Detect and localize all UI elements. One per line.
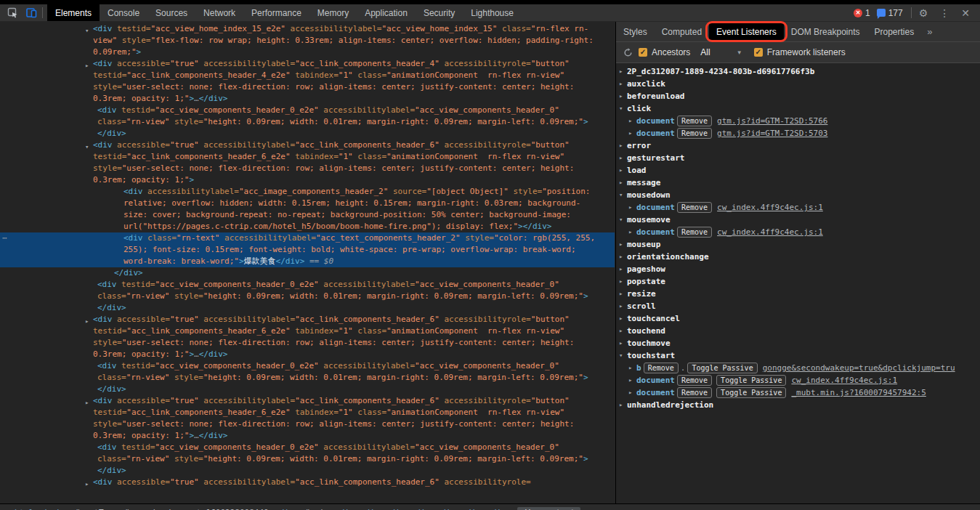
remove-button[interactable]: Remove <box>677 116 712 126</box>
source-link[interactable]: cw_index.4ff9c4ec.js:1 <box>717 203 823 212</box>
listener-handler[interactable]: ▸documentRemovecw_index.4ff9c4ec.js:1 <box>616 201 980 214</box>
listener-event-click[interactable]: ▾click <box>616 102 980 115</box>
tab-lighthouse[interactable]: Lighthouse <box>463 4 522 21</box>
dom-node[interactable]: ▸<div accessible="true" accessibilitylab… <box>0 58 615 105</box>
tab-network[interactable]: Network <box>195 4 243 21</box>
expand-arrow-icon[interactable]: ▸ <box>628 226 632 238</box>
dom-node[interactable]: ▸<div accessible="true" accessibilitylab… <box>0 395 615 442</box>
listener-event-mousedown[interactable]: ▾mousedown <box>616 189 980 201</box>
expand-arrow-icon[interactable]: ▸ <box>619 275 623 288</box>
inspect-element-icon[interactable] <box>3 5 22 21</box>
listener-event-touchend[interactable]: ▸touchend <box>616 325 980 337</box>
collapse-arrow-icon[interactable]: ▾ <box>619 102 623 115</box>
expand-arrow-icon[interactable]: ▸ <box>619 288 623 300</box>
listener-event-beforeunload[interactable]: ▸beforeunload <box>616 90 980 102</box>
dom-node[interactable]: ▸<div accessible="true" accessibilitylab… <box>0 477 615 488</box>
close-icon[interactable]: ✕ <box>955 7 976 19</box>
device-toolbar-icon[interactable] <box>22 5 41 21</box>
listener-handler[interactable]: ▸documentRemovecw_index.4ff9c4ec.js:1 <box>616 226 980 238</box>
expand-arrow-icon[interactable]: ▸ <box>628 201 632 214</box>
expand-arrow-icon[interactable]: ▸ <box>619 312 623 325</box>
tab-sources[interactable]: Sources <box>147 4 195 21</box>
expand-arrow-icon[interactable]: ▸ <box>628 362 632 374</box>
tab-memory[interactable]: Memory <box>309 4 357 21</box>
dom-node[interactable]: </div> <box>0 267 615 279</box>
source-link[interactable]: gtm.js?id=GTM-T2SD:5766 <box>717 116 827 126</box>
toggle-passive-button[interactable]: Toggle Passive <box>716 375 786 386</box>
expand-arrow-icon[interactable]: ▸ <box>619 300 623 312</box>
expand-arrow-icon[interactable]: ▸ <box>619 177 623 189</box>
remove-button[interactable]: Remove <box>677 128 712 139</box>
expand-arrow-icon[interactable]: ▸ <box>619 152 623 164</box>
dom-node[interactable]: ▸<div accessible="true" accessibilitylab… <box>0 314 615 360</box>
sidebar-tab-properties[interactable]: Properties <box>867 22 921 41</box>
listener-event-gesturestart[interactable]: ▸gesturestart <box>616 152 980 164</box>
listener-event-orientationchange[interactable]: ▸orientationchange <box>616 251 980 263</box>
expand-arrow-icon[interactable]: ▸ <box>619 78 623 90</box>
listener-handler[interactable]: ▸documentRemovegtm.js?id=GTM-T2SD:5766 <box>616 115 980 127</box>
dom-node[interactable]: <div accessibilitylabel="acc_image_compo… <box>0 186 615 232</box>
listener-event-touchstart[interactable]: ▾touchstart <box>616 349 980 362</box>
listener-event-auxclick[interactable]: ▸auxclick <box>616 78 980 90</box>
listener-event-message[interactable]: ▸message <box>616 177 980 189</box>
expand-arrow-icon[interactable]: ▸ <box>628 115 632 127</box>
expand-arrow-icon[interactable]: ▸ <box>85 315 89 327</box>
expand-arrow-icon[interactable]: ▸ <box>619 164 623 177</box>
expand-arrow-icon[interactable]: ▸ <box>619 325 623 337</box>
framework-listeners-checkbox[interactable]: ✓ <box>754 48 763 57</box>
message-count-badge[interactable]: 177 <box>877 8 903 18</box>
listener-event-scroll[interactable]: ▸scroll <box>616 300 980 312</box>
expand-arrow-icon[interactable]: ▸ <box>619 238 623 251</box>
sidebar-tab-computed[interactable]: Computed <box>655 22 709 41</box>
dom-node-selected[interactable]: ⋯<div class="rn-text" accessibilitylabel… <box>0 232 615 267</box>
settings-gear-icon[interactable]: ⚙ <box>913 7 934 19</box>
collapse-arrow-icon[interactable]: ▾ <box>619 189 623 201</box>
listener-event-2p-dc312087-1889-4234-803b-d69617766f3b[interactable]: ▸2P_dc312087-1889-4234-803b-d69617766f3b <box>616 65 980 78</box>
expand-arrow-icon[interactable]: ▸ <box>85 60 89 71</box>
source-link[interactable]: cw_index.4ff9c4ec.js:1 <box>791 376 897 385</box>
tab-security[interactable]: Security <box>416 4 463 21</box>
expand-arrow-icon[interactable]: ▸ <box>619 139 623 152</box>
more-menu-icon[interactable]: ⋮ <box>934 7 955 19</box>
tab-console[interactable]: Console <box>100 4 147 21</box>
expand-arrow-icon[interactable]: ▸ <box>628 374 632 386</box>
listener-handler[interactable]: ▸documentRemovegtm.js?id=GTM-T2SD:5703 <box>616 127 980 139</box>
expand-arrow-icon[interactable]: ▸ <box>619 90 623 102</box>
remove-button[interactable]: Remove <box>677 375 712 386</box>
expand-arrow-icon[interactable]: ▸ <box>628 386 632 399</box>
listener-event-unhandledrejection[interactable]: ▸unhandledrejection <box>616 399 980 411</box>
collapse-arrow-icon[interactable]: ▾ <box>619 214 623 226</box>
collapse-arrow-icon[interactable]: ▾ <box>85 141 89 153</box>
dom-node[interactable]: <div testid="acc_view_components_header_… <box>0 279 615 314</box>
remove-button[interactable]: Remove <box>677 387 712 398</box>
source-link[interactable]: _mubt.min.js?1600079457942:5 <box>791 388 926 397</box>
expand-arrow-icon[interactable]: ▸ <box>628 127 632 139</box>
dom-node[interactable]: <div testid="acc_view_components_header_… <box>0 360 615 395</box>
sidebar-tab-event-listeners[interactable]: Event Listeners <box>709 22 784 41</box>
expand-arrow-icon[interactable]: ▸ <box>619 65 623 78</box>
remove-button[interactable]: Remove <box>677 202 712 213</box>
source-link[interactable]: gtm.js?id=GTM-T2SD:5703 <box>717 129 827 138</box>
listener-handler[interactable]: ▸bRemove.Toggle Passivegongge&secondwake… <box>616 362 980 374</box>
listener-event-pageshow[interactable]: ▸pageshow <box>616 263 980 275</box>
dom-node[interactable]: ▾<div accessible="true" accessibilitylab… <box>0 139 615 186</box>
listener-event-mouseup[interactable]: ▸mouseup <box>616 238 980 251</box>
expand-arrow-icon[interactable]: ▸ <box>85 478 89 490</box>
sidebar-tab-dom-breakpoints[interactable]: DOM Breakpoints <box>784 22 867 41</box>
source-link[interactable]: gongge&secondwakeup=true&dpclickjump=tru <box>763 363 955 373</box>
sidebar-tab-styles[interactable]: Styles <box>616 22 655 41</box>
expand-arrow-icon[interactable]: ▸ <box>619 399 623 411</box>
listener-handler[interactable]: ▸documentRemoveToggle Passivecw_index.4f… <box>616 374 980 386</box>
error-count-badge[interactable]: ✕ 1 <box>854 8 870 18</box>
source-link[interactable]: cw_index.4ff9c4ec.js:1 <box>717 227 823 237</box>
listener-event-resize[interactable]: ▸resize <box>616 288 980 300</box>
collapse-arrow-icon[interactable]: ▾ <box>85 25 89 36</box>
node-overflow-dots-icon[interactable]: ⋯ <box>2 232 8 244</box>
tab-application[interactable]: Application <box>357 4 416 21</box>
expand-arrow-icon[interactable]: ▸ <box>619 263 623 275</box>
tab-performance[interactable]: Performance <box>243 4 309 21</box>
expand-arrow-icon[interactable]: ▸ <box>619 251 623 263</box>
remove-button[interactable]: Remove <box>677 227 712 238</box>
breadcrumb-item[interactable]: div.rn-text <box>517 507 580 510</box>
toggle-passive-button[interactable]: Toggle Passive <box>716 387 786 398</box>
